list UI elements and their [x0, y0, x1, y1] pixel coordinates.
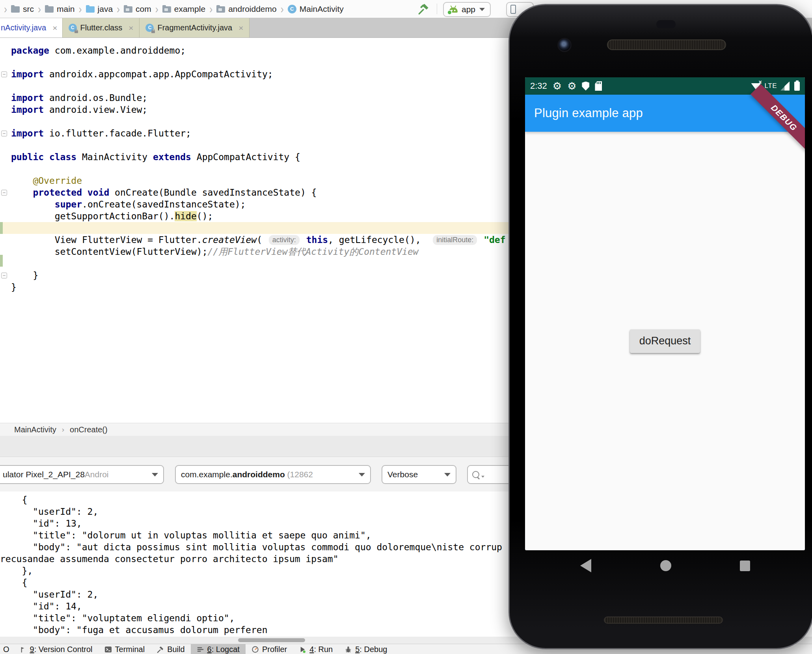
device-dropdown-suffix: Androi — [85, 470, 109, 479]
front-camera — [557, 38, 572, 52]
toolbar-separator — [437, 4, 437, 14]
build-hammer-button[interactable] — [417, 3, 430, 15]
logcat-icon — [197, 646, 204, 653]
log-level-dropdown[interactable]: Verbose — [382, 465, 456, 484]
chevron-right-icon: › — [209, 2, 212, 16]
breadcrumb-item-src[interactable]: src — [11, 4, 34, 14]
breadcrumb-label: com — [136, 4, 151, 14]
shield-icon — [582, 82, 589, 91]
class-lock-icon: C — [69, 24, 77, 32]
hammer-icon — [417, 3, 430, 15]
statusbar-run[interactable]: 4: Run — [293, 644, 339, 654]
folder-icon — [11, 6, 20, 13]
package-icon — [124, 6, 132, 13]
sdcard-icon — [595, 81, 602, 91]
tab-label: nActivity.java — [1, 23, 46, 32]
breadcrumb-method[interactable]: onCreate() — [70, 425, 108, 434]
breadcrumb-label: src — [23, 4, 34, 14]
terminal-icon — [104, 646, 112, 653]
statusbar-label: Terminal — [115, 645, 145, 654]
breadcrumb-item-java[interactable]: java — [86, 4, 113, 14]
chevron-right-icon: › — [155, 2, 158, 16]
network-type-label: LTE — [765, 82, 777, 90]
breadcrumb: ›src›main›java›com›example›androiddemo›C… — [0, 4, 344, 15]
tab-fragmentactivity-java[interactable]: C FragmentActivity.java × — [140, 18, 250, 37]
vcs-icon — [19, 646, 27, 653]
run-configuration-select[interactable]: app — [443, 2, 491, 17]
run-icon — [299, 646, 306, 653]
breadcrumb-label: MainActivity — [300, 4, 344, 14]
lock-icon — [151, 30, 155, 33]
chevron-right-icon: › — [117, 2, 120, 16]
tab-label: FragmentActivity.java — [157, 23, 232, 32]
statusbar-version-control[interactable]: 9: Version Control — [13, 644, 99, 654]
fold-marker-icon[interactable]: − — [1, 131, 7, 136]
chevron-right-icon: › — [281, 2, 284, 16]
gutter-change-marker — [0, 255, 3, 267]
hammer-icon — [156, 646, 164, 653]
breadcrumb-item-MainActivity[interactable]: CMainActivity — [288, 4, 344, 14]
chevron-right-icon: › — [4, 2, 7, 16]
app-title: Plugin example app — [534, 106, 643, 120]
bottom-speaker-grille — [604, 617, 723, 624]
package-icon — [162, 6, 171, 13]
fold-marker-icon[interactable]: − — [1, 71, 7, 77]
package-icon — [216, 6, 225, 13]
cell-signal-icon — [780, 82, 790, 91]
folder-icon — [45, 6, 54, 13]
chevron-right-icon: › — [62, 425, 64, 434]
phone-emulator: 2:32 LTE Plugin example app DEBUG doRequ… — [508, 4, 812, 649]
phone-device-icon — [510, 5, 516, 14]
scrollbar-thumb[interactable] — [238, 638, 305, 642]
device-dropdown[interactable]: ulator Pixel_2_API_28 Androi — [0, 465, 164, 484]
chevron-down-icon — [359, 473, 365, 476]
statusbar-label: 6: Logcat — [207, 645, 240, 654]
breadcrumb-item-androiddemo[interactable]: androiddemo — [216, 4, 277, 14]
statusbar-label: Profiler — [262, 645, 287, 654]
statusbar-terminal[interactable]: Terminal — [99, 644, 151, 654]
profiler-icon — [251, 646, 259, 653]
phone-screen: 2:32 LTE Plugin example app DEBUG doRequ… — [525, 77, 805, 550]
close-icon[interactable]: × — [129, 23, 133, 33]
statusbar-profiler[interactable]: Profiler — [246, 644, 293, 654]
search-options-chevron-icon[interactable] — [481, 476, 484, 478]
statusbar-build[interactable]: Build — [151, 644, 190, 654]
earpiece-speaker — [607, 39, 726, 50]
process-dropdown[interactable]: com.example.androiddemo (12862 — [175, 465, 371, 484]
clock: 2:32 — [530, 81, 547, 91]
nav-recents-button[interactable] — [740, 561, 750, 571]
breadcrumb-class[interactable]: MainActivity — [14, 425, 56, 434]
breadcrumb-item-com[interactable]: com — [124, 4, 151, 14]
android-app-icon — [449, 7, 458, 13]
fold-marker-icon[interactable]: − — [1, 273, 7, 278]
statusbar-logcat[interactable]: 6: Logcat — [191, 644, 246, 654]
run-configuration-label: app — [462, 5, 475, 14]
breadcrumb-label: example — [174, 4, 205, 14]
tab-mainactivity-java[interactable]: nActivity.java × — [0, 18, 63, 37]
breadcrumb-label: java — [98, 4, 113, 14]
tab-flutter-class[interactable]: C Flutter.class × — [63, 18, 140, 37]
statusbar-label: Build — [167, 645, 184, 654]
do-request-button[interactable]: doRequest — [630, 329, 700, 353]
log-level-value: Verbose — [387, 470, 418, 479]
fold-marker-icon[interactable]: − — [1, 190, 7, 196]
statusbar-toolwindow-cut[interactable]: O — [0, 644, 13, 654]
close-icon[interactable]: × — [52, 23, 57, 33]
running-status-dot — [447, 10, 452, 15]
nav-back-button[interactable] — [580, 559, 591, 572]
tab-label: Flutter.class — [80, 23, 123, 32]
breadcrumb-item-example[interactable]: example — [162, 4, 205, 14]
lock-icon — [74, 30, 78, 33]
chevron-down-icon — [479, 8, 485, 11]
nav-home-button[interactable] — [660, 560, 671, 571]
gear-icon — [567, 81, 576, 91]
chevron-right-icon: › — [38, 2, 41, 16]
breadcrumb-item-main[interactable]: main — [45, 4, 75, 14]
statusbar-label: 4: Run — [309, 645, 333, 654]
chevron-right-icon: › — [79, 2, 82, 16]
breadcrumb-label: androiddemo — [228, 4, 277, 14]
close-icon[interactable]: × — [238, 23, 243, 33]
statusbar-debug[interactable]: 5: Debug — [339, 644, 393, 654]
sensor-cutout — [656, 20, 676, 28]
device-dropdown-value: ulator Pixel_2_API_28 — [3, 470, 85, 479]
